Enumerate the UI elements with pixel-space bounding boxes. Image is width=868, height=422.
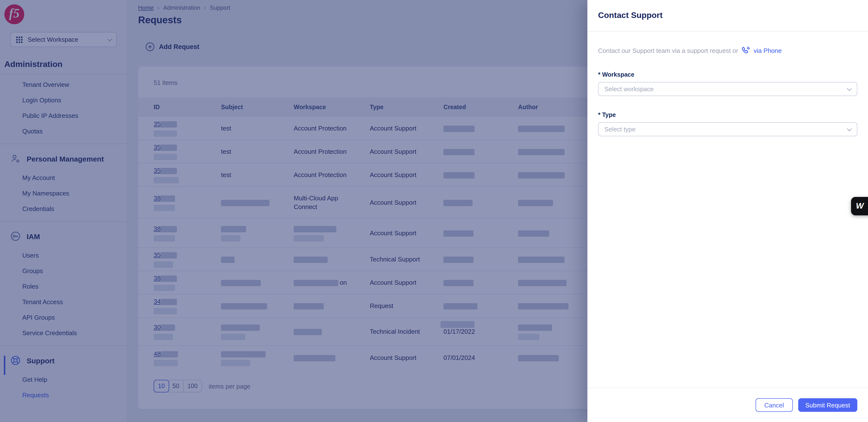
type-select[interactable]: Select type [598,122,857,136]
panel-header: Contact Support [587,0,868,31]
type-select-placeholder: Select type [604,125,848,133]
workspace-select-placeholder: Select workspace [604,85,848,93]
chevron-down-icon [847,126,852,131]
submit-request-button[interactable]: Submit Request [798,398,857,412]
contact-support-panel: Contact Support Contact our Support team… [587,0,868,422]
workspace-select[interactable]: Select workspace [598,82,857,96]
app-root: f5 Select Workspace Administration Tenan… [0,0,868,422]
via-phone-link[interactable]: via Phone [754,47,782,54]
type-field-label: * Type [598,112,857,118]
w-logo: W [856,201,863,211]
cancel-button[interactable]: Cancel [755,398,793,412]
panel-title: Contact Support [598,11,662,20]
chevron-down-icon [847,86,852,91]
panel-intro: Contact our Support team via a support r… [598,46,857,55]
panel-footer: Cancel Submit Request [587,388,868,422]
backdrop-overlay [0,0,587,422]
widget-badge-button[interactable]: W [851,197,868,215]
workspace-field-label: * Workspace [598,71,857,78]
panel-body: Contact our Support team via a support r… [587,31,868,136]
phone-icon [742,46,750,55]
panel-intro-text: Contact our Support team via a support r… [598,47,738,54]
